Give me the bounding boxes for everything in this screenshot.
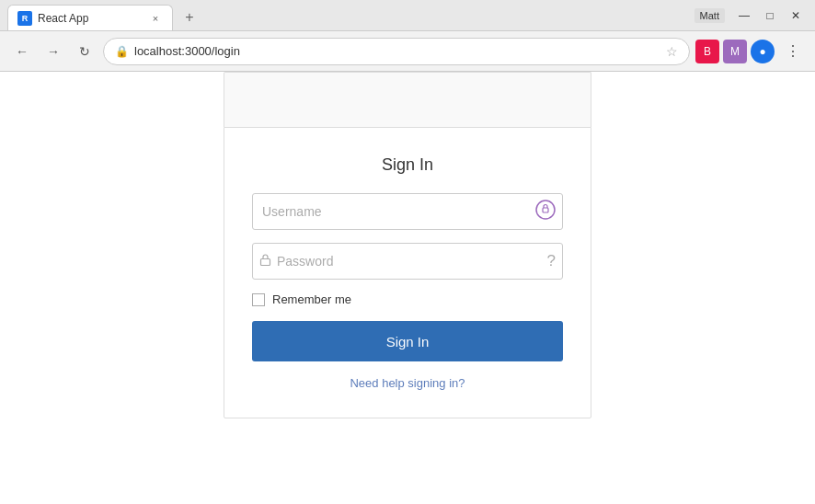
browser-menu-button[interactable]: ⋮	[780, 39, 806, 63]
tab-area: R React App × +	[7, 0, 808, 30]
bookmark-icon[interactable]: ☆	[666, 44, 678, 59]
window-user-label: Matt	[694, 8, 725, 23]
username-input[interactable]	[252, 193, 563, 230]
extension-2-button[interactable]: M	[723, 40, 747, 63]
remember-me-label: Remember me	[272, 292, 351, 306]
back-button[interactable]: ←	[9, 39, 35, 64]
close-button[interactable]: ✕	[784, 6, 808, 26]
forward-button[interactable]: →	[40, 39, 66, 64]
tab-close-button[interactable]: ×	[148, 11, 163, 26]
remember-me-checkbox[interactable]	[252, 293, 265, 306]
extension-1-button[interactable]: B	[695, 40, 719, 63]
title-bar: R React App × + Matt — □ ✕	[0, 0, 815, 31]
address-bar: ← → ↻ 🔒 localhost:3000/login ☆ B M ● ⋮	[0, 31, 815, 72]
login-container: Sign In	[224, 72, 591, 418]
minimize-button[interactable]: —	[732, 6, 756, 26]
browser-tab[interactable]: R React App ×	[7, 5, 173, 30]
username-wrapper	[252, 193, 563, 230]
help-link[interactable]: Need help signing in?	[252, 376, 563, 390]
browser-chrome: R React App × + Matt — □ ✕ ← → ↻ 🔒 local…	[0, 0, 815, 72]
login-title: Sign In	[252, 155, 563, 175]
tab-favicon: R	[17, 11, 32, 26]
page-content: Sign In	[0, 72, 815, 504]
new-tab-button[interactable]: +	[177, 5, 202, 30]
window-controls: Matt — □ ✕	[694, 6, 808, 26]
url-bar[interactable]: 🔒 localhost:3000/login ☆	[103, 38, 690, 65]
tab-title: React App	[38, 12, 143, 25]
login-card: Sign In	[224, 127, 591, 418]
extensions-area: B M ●	[695, 40, 775, 63]
password-wrapper: ?	[252, 243, 563, 280]
maximize-button[interactable]: □	[758, 6, 782, 26]
reload-button[interactable]: ↻	[72, 39, 98, 64]
remember-row: Remember me	[252, 292, 563, 306]
password-input[interactable]	[252, 243, 563, 280]
sign-in-button[interactable]: Sign In	[252, 321, 563, 361]
login-top-bar	[224, 72, 591, 127]
url-text: localhost:3000/login	[134, 44, 660, 58]
lock-icon: 🔒	[115, 45, 129, 58]
extension-3-button[interactable]: ●	[751, 40, 775, 63]
